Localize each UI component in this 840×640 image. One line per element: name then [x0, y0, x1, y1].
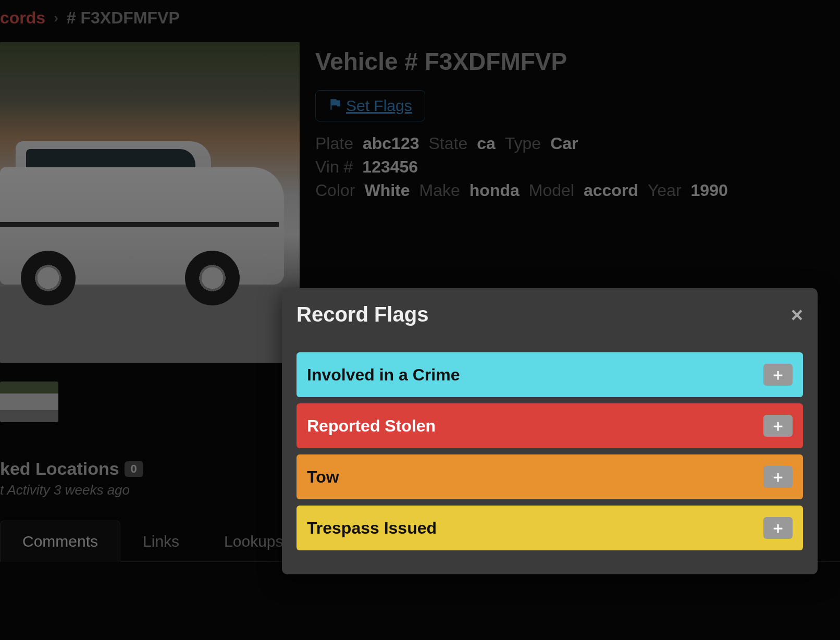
close-icon[interactable]: ×: [791, 304, 803, 325]
plus-icon: ＋: [770, 415, 786, 437]
plus-icon: ＋: [770, 518, 786, 539]
flag-label: Reported Stolen: [307, 416, 436, 436]
plus-icon: ＋: [770, 466, 786, 488]
flag-item-3[interactable]: Trespass Issued＋: [297, 506, 803, 550]
flag-label: Trespass Issued: [307, 519, 437, 538]
add-flag-button[interactable]: ＋: [763, 415, 793, 437]
flag-label: Involved in a Crime: [307, 365, 460, 385]
flag-label: Tow: [307, 467, 339, 487]
add-flag-button[interactable]: ＋: [763, 364, 793, 386]
record-flags-modal: Record Flags × Involved in a Crime＋Repor…: [282, 288, 818, 574]
add-flag-button[interactable]: ＋: [763, 517, 793, 539]
flag-item-1[interactable]: Reported Stolen＋: [297, 403, 803, 448]
modal-title: Record Flags: [297, 303, 428, 326]
flag-item-0[interactable]: Involved in a Crime＋: [297, 352, 803, 397]
plus-icon: ＋: [770, 364, 786, 386]
add-flag-button[interactable]: ＋: [763, 466, 793, 488]
flag-item-2[interactable]: Tow＋: [297, 454, 803, 499]
